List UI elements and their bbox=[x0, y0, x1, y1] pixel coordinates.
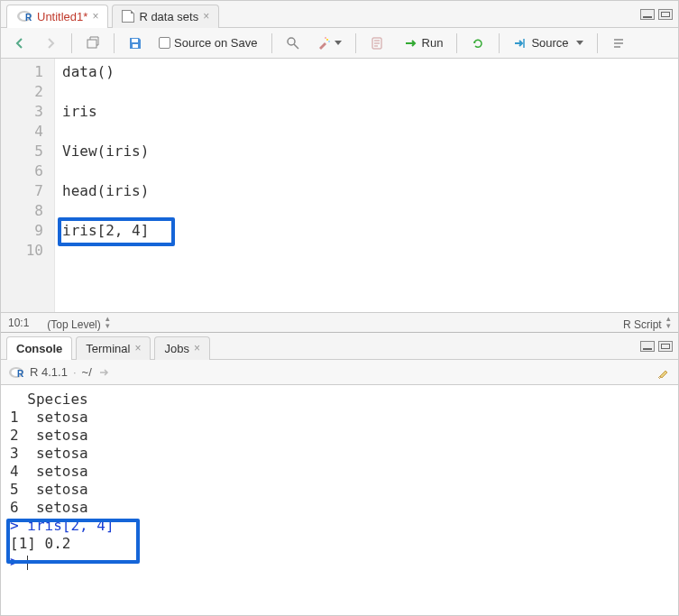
line-number: 3 bbox=[1, 102, 43, 122]
console-line: [1] 0.2 bbox=[10, 535, 669, 553]
compile-report-button[interactable] bbox=[363, 32, 390, 54]
console-line: 5 setosa bbox=[10, 481, 669, 499]
filetype-indicator[interactable]: R Script ▴▾ bbox=[623, 315, 671, 331]
minimize-icon[interactable] bbox=[640, 9, 655, 20]
checkbox-icon bbox=[159, 37, 170, 49]
code-line[interactable]: iris bbox=[62, 102, 671, 122]
working-dir[interactable]: ~/ bbox=[82, 365, 92, 379]
line-number: 4 bbox=[1, 122, 43, 142]
svg-point-10 bbox=[325, 37, 326, 39]
window-controls bbox=[640, 341, 673, 352]
line-number: 10 bbox=[1, 241, 43, 261]
console-tabbar: Console Terminal × Jobs × bbox=[1, 333, 678, 360]
svg-line-7 bbox=[294, 44, 298, 49]
chevron-down-icon bbox=[576, 41, 583, 45]
source-toolbar: Source on Save Run Source bbox=[1, 28, 678, 59]
svg-point-8 bbox=[326, 39, 328, 41]
svg-rect-4 bbox=[132, 39, 138, 42]
console-output[interactable]: Species1 setosa2 setosa3 setosa4 setosa5… bbox=[1, 385, 678, 616]
r-version: R 4.1.1 bbox=[30, 365, 68, 379]
console-line: 2 setosa bbox=[10, 427, 669, 445]
source-tabbar: R Untitled1* × R data sets × bbox=[1, 1, 678, 28]
go-to-dir-icon[interactable] bbox=[97, 365, 112, 380]
rerun-button[interactable] bbox=[464, 32, 491, 54]
code-line[interactable]: head(iris) bbox=[62, 181, 671, 201]
run-button[interactable]: Run bbox=[398, 32, 450, 54]
tab-console[interactable]: Console bbox=[6, 336, 72, 360]
console-line: Species bbox=[10, 391, 669, 409]
console-line: 4 setosa bbox=[10, 463, 669, 481]
console-pane: Console Terminal × Jobs × R R 4.1.1 · ~/… bbox=[1, 333, 678, 616]
svg-rect-5 bbox=[133, 44, 138, 48]
code-line[interactable]: View(iris) bbox=[62, 142, 671, 161]
console-line: 6 setosa bbox=[10, 499, 669, 517]
line-number: 8 bbox=[1, 201, 43, 221]
tab-label: R data sets bbox=[139, 10, 198, 23]
show-in-new-window-button[interactable] bbox=[79, 32, 106, 54]
svg-point-9 bbox=[328, 41, 330, 42]
r-logo-icon: R bbox=[8, 364, 24, 381]
close-icon[interactable]: × bbox=[134, 342, 141, 354]
close-icon[interactable]: × bbox=[194, 342, 200, 354]
close-icon[interactable]: × bbox=[203, 10, 209, 23]
close-icon[interactable]: × bbox=[92, 10, 98, 23]
source-on-save-toggle[interactable]: Source on Save bbox=[152, 32, 264, 53]
line-number: 7 bbox=[1, 181, 43, 201]
code-line[interactable] bbox=[62, 82, 671, 102]
forward-button[interactable] bbox=[37, 32, 64, 54]
code-editor[interactable]: 12345678910 data()irisView(iris)head(iri… bbox=[1, 59, 678, 312]
svg-rect-3 bbox=[87, 40, 96, 48]
back-button[interactable] bbox=[6, 32, 33, 54]
source-label: Source bbox=[531, 36, 568, 50]
tab-label: Console bbox=[16, 342, 62, 355]
window-controls bbox=[640, 9, 673, 20]
cursor bbox=[27, 556, 28, 570]
tab-label: Untitled1* bbox=[37, 10, 87, 23]
source-statusbar: 10:1 (Top Level) ▴▾ R Script ▴▾ bbox=[1, 312, 678, 332]
console-line: 1 setosa bbox=[10, 409, 669, 427]
chevron-down-icon bbox=[335, 41, 342, 45]
svg-text:R: R bbox=[25, 13, 32, 23]
console-header: R R 4.1.1 · ~/ bbox=[1, 360, 678, 385]
file-icon bbox=[122, 10, 134, 23]
line-number: 1 bbox=[1, 62, 43, 82]
save-button[interactable] bbox=[122, 32, 149, 54]
line-number: 5 bbox=[1, 142, 43, 161]
console-line: > bbox=[10, 553, 669, 571]
maximize-icon[interactable] bbox=[658, 9, 673, 20]
code-line[interactable]: data() bbox=[62, 62, 671, 82]
code-line[interactable] bbox=[62, 201, 671, 221]
cursor-position: 10:1 bbox=[8, 317, 29, 329]
code-line[interactable] bbox=[62, 241, 671, 261]
source-button[interactable]: Source bbox=[507, 32, 589, 54]
code-body[interactable]: data()irisView(iris)head(iris)iris[2, 4] bbox=[55, 59, 678, 312]
tab-terminal[interactable]: Terminal × bbox=[76, 336, 151, 360]
code-tools-button[interactable] bbox=[310, 32, 348, 54]
svg-point-6 bbox=[288, 38, 295, 45]
source-on-save-label: Source on Save bbox=[174, 36, 258, 50]
r-logo-icon: R bbox=[16, 8, 32, 24]
line-number-gutter: 12345678910 bbox=[1, 59, 55, 312]
tab-r-data-sets[interactable]: R data sets × bbox=[112, 5, 219, 28]
tab-label: Terminal bbox=[86, 342, 130, 355]
source-pane: R Untitled1* × R data sets × Source on S… bbox=[1, 1, 678, 333]
svg-text:R: R bbox=[17, 369, 24, 379]
console-line: > iris[2, 4] bbox=[10, 517, 669, 535]
code-line[interactable] bbox=[62, 122, 671, 142]
maximize-icon[interactable] bbox=[658, 341, 673, 352]
code-line[interactable]: iris[2, 4] bbox=[62, 221, 671, 241]
line-number: 9 bbox=[1, 221, 43, 241]
minimize-icon[interactable] bbox=[640, 341, 655, 352]
scope-indicator[interactable]: (Top Level) ▴▾ bbox=[47, 315, 110, 331]
code-line[interactable] bbox=[62, 161, 671, 181]
line-number: 2 bbox=[1, 82, 43, 102]
tab-label: Jobs bbox=[164, 342, 188, 355]
console-line: 3 setosa bbox=[10, 445, 669, 463]
tab-jobs[interactable]: Jobs × bbox=[154, 336, 209, 360]
run-label: Run bbox=[422, 36, 444, 50]
outline-button[interactable] bbox=[605, 32, 632, 54]
tab-untitled1[interactable]: R Untitled1* × bbox=[6, 5, 108, 28]
clear-console-icon[interactable] bbox=[656, 365, 671, 380]
find-button[interactable] bbox=[280, 32, 307, 54]
line-number: 6 bbox=[1, 161, 43, 181]
